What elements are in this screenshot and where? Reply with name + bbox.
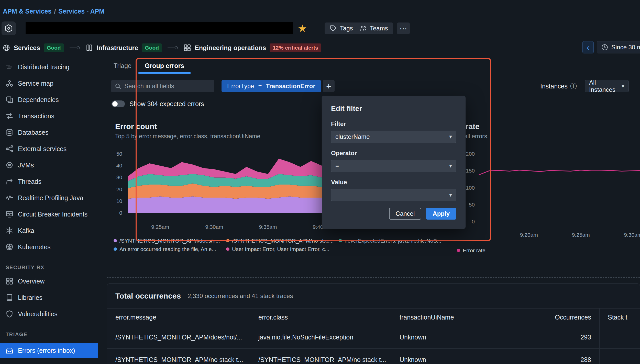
table-cell: /SYNTHETICS_MONITOR_APM/no stack t... [107, 349, 250, 364]
workload-grid-icon [183, 44, 191, 52]
tags-button[interactable]: Tags [325, 22, 358, 34]
chevron-down-icon: ▾ [449, 192, 452, 198]
column-header-error-message[interactable]: error.message [107, 309, 250, 326]
time-picker-button[interactable]: Since 30 m [597, 41, 640, 53]
filter-field-value: clusterName [335, 133, 370, 140]
cancel-button[interactable]: Cancel [389, 208, 422, 220]
collapse-panel-button[interactable]: ‹ [582, 41, 594, 53]
sidebar-item-threads[interactable]: Threads [0, 173, 98, 190]
value-select[interactable]: ▾ [331, 189, 456, 201]
sidebar-section-triage: TRIAGE [0, 329, 98, 340]
clock-icon [601, 44, 608, 51]
table-cell: 288 [534, 349, 600, 364]
show-expected-errors-toggle[interactable] [112, 100, 125, 107]
legend-item[interactable]: /SYNTHETICS_MONITOR_APM/no stac... [226, 236, 339, 245]
chevron-left-icon: ‹ [587, 43, 590, 52]
sidebar-item-vulnerabilities[interactable]: Vulnerabilities [0, 306, 98, 322]
add-filter-button[interactable]: + [323, 80, 335, 92]
table-row[interactable]: /SYNTHETICS_MONITOR_APM/no stack t.../SY… [107, 348, 640, 364]
svg-text:9:25am: 9:25am [151, 224, 169, 230]
svg-text:9:25am: 9:25am [572, 232, 590, 238]
kafka-icon [6, 227, 13, 234]
svg-text:30: 30 [116, 174, 122, 180]
legend-item[interactable]: /SYNTHETICS_MONITOR_APM/does/n... [114, 236, 226, 245]
time-picker-label: Since 30 m [611, 44, 640, 51]
filter-field-select[interactable]: clusterName ▾ [331, 131, 456, 143]
search-icon [115, 83, 121, 89]
dependencies-icon [6, 96, 13, 104]
table-cell: Unknown [391, 326, 534, 348]
sidebar-item-kafka[interactable]: Kafka [0, 222, 98, 239]
total-occurrences-header: Total occurrences 2,330 occurrences and … [107, 284, 640, 308]
svg-text:9:30am: 9:30am [624, 232, 640, 238]
favorite-star-icon[interactable]: ★ [298, 22, 307, 34]
search-input[interactable] [124, 83, 211, 90]
sidebar-item-errors-errors-inbox[interactable]: Errors (errors inbox) [0, 343, 98, 358]
sidebar-item-realtime-profiling-java[interactable]: Realtime Profiling Java [0, 190, 98, 206]
errors-inbox-icon [6, 347, 13, 354]
toggle-label: Show 304 expected errors [129, 100, 204, 108]
sidebar-section-security-rx: SECURITY RX [0, 262, 98, 273]
sidebar-item-service-map[interactable]: Service map [0, 75, 98, 92]
breadcrumb-apm-services[interactable]: APM & Services [3, 8, 51, 15]
vulnerabilities-icon [6, 310, 13, 318]
tab-group-errors[interactable]: Group errors [138, 59, 191, 73]
overview-icon [6, 277, 13, 285]
column-header-occurrences[interactable]: Occurrences [534, 309, 600, 326]
teams-label: Teams [370, 25, 388, 32]
sidebar-item-libraries[interactable]: Libraries [0, 289, 98, 306]
expected-errors-toggle-row: Show 304 expected errors [112, 100, 204, 108]
distributed-tracing-icon [6, 63, 13, 71]
legend-item[interactable]: An error occurred reading the file, An e… [114, 245, 226, 253]
search-box [111, 80, 214, 92]
sidebar-item-jvms[interactable]: JVMs [0, 157, 98, 173]
circuit-breaker-icon [6, 210, 13, 218]
breadcrumb-services-apm[interactable]: Services - APM [58, 8, 104, 15]
column-header-stack-t[interactable]: Stack t [600, 309, 640, 326]
info-icon[interactable]: ⓘ [570, 82, 577, 91]
column-header-transactionuiname[interactable]: transactionUiName [391, 309, 534, 326]
svg-text:50: 50 [469, 202, 475, 208]
svg-text:0: 0 [472, 219, 475, 224]
tags-label: Tags [340, 25, 353, 32]
legend-dot [114, 239, 117, 242]
sidebar-item-databases[interactable]: Databases [0, 124, 98, 141]
tab-triage[interactable]: Triage [107, 59, 138, 73]
section-divider [107, 277, 640, 278]
sidebar-item-transactions[interactable]: Transactions [0, 108, 98, 124]
more-actions-button[interactable]: ⋯ [397, 22, 410, 34]
services-entity-label[interactable]: Services [14, 44, 40, 52]
instances-control: Instances ⓘ [540, 80, 577, 92]
svg-text:20: 20 [116, 186, 122, 192]
table-row[interactable]: /SYNTHETICS_MONITOR_APM/does/not/...java… [107, 326, 640, 348]
edit-filter-title: Edit filter [331, 105, 456, 113]
apply-button[interactable]: Apply [426, 208, 456, 220]
breadcrumb: APM & Services / Services - APM [3, 8, 104, 15]
legend-item[interactable]: Error rate [457, 246, 485, 255]
value-label: Value [331, 179, 456, 186]
sidebar-item-external-services[interactable]: External services [0, 141, 98, 157]
instances-dropdown-value: All Instances [589, 79, 622, 93]
sidebar-item-overview[interactable]: Overview [0, 273, 98, 289]
legend-item[interactable]: User Impact Error, User Impact Error, c.… [226, 245, 339, 253]
sidebar-item-circuit-breaker-incidents[interactable]: Circuit Breaker Incidents [0, 206, 98, 222]
legend-item[interactable]: neverExpectedErrors, java.nio.file.NoS..… [339, 236, 451, 245]
app-root: APM & Services / Services - APM ★ Tags T… [0, 0, 640, 364]
sidebar-item-kubernetes[interactable]: Kubernetes [0, 239, 98, 255]
filter-chip-errortype[interactable]: ErrorType = TransactionError [222, 80, 321, 92]
svg-text:50: 50 [116, 151, 122, 157]
engineering-entity-label[interactable]: Engineering operations [195, 44, 266, 52]
instances-dropdown[interactable]: All Instances ▾ [585, 80, 629, 92]
legend-dot [226, 239, 229, 242]
operator-label: Operator [331, 150, 456, 157]
sidebar-item-dependencies[interactable]: Dependencies [0, 92, 98, 108]
libraries-icon [6, 294, 13, 301]
infrastructure-entity-label[interactable]: Infrastructure [97, 44, 138, 52]
sidebar-item-distributed-tracing[interactable]: Distributed tracing [0, 59, 98, 75]
column-header-error-class[interactable]: error.class [250, 309, 391, 326]
teams-button[interactable]: Teams [355, 22, 393, 34]
entity-status-bar: Services Good Infrastructure Good Engine… [3, 42, 321, 54]
relationship-connector [168, 46, 178, 49]
total-occurrences-panel: Total occurrences 2,330 occurrences and … [107, 283, 640, 364]
operator-select[interactable]: = ▾ [331, 160, 456, 172]
